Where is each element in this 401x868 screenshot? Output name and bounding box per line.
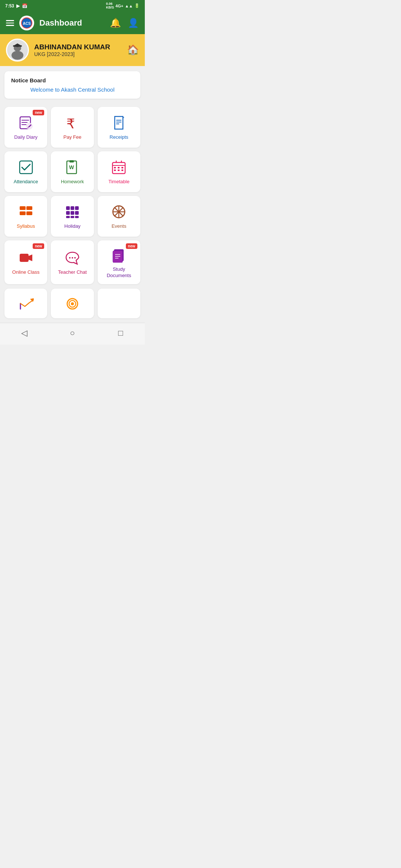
pay-fee-label: Pay Fee — [63, 134, 81, 141]
signal-icon: ▲▲ — [125, 4, 133, 8]
top-nav: ACS Dashboard 🔔 👤 — [0, 12, 145, 34]
svg-rect-44 — [20, 254, 29, 262]
status-bar: 7:53 ▶ 📅 0.06KB/S 4G+ ▲▲ 🔋 — [0, 0, 145, 12]
online-class-label: Online Class — [12, 269, 40, 276]
svg-rect-42 — [75, 216, 79, 218]
notice-board-title: Notice Board — [11, 77, 134, 83]
svg-rect-30 — [20, 206, 26, 210]
svg-rect-39 — [75, 211, 79, 215]
syllabus-button[interactable]: Syllabus — [4, 196, 47, 237]
user-icon[interactable]: 👤 — [128, 18, 139, 28]
holiday-label: Holiday — [64, 223, 80, 230]
profile-class: UKG [2022-2023] — [34, 51, 122, 57]
speed: 0.06KB/S — [106, 2, 114, 10]
status-bar-left: 7:53 ▶ 📅 — [5, 3, 27, 9]
home-nav-button[interactable]: ○ — [63, 328, 82, 339]
svg-rect-34 — [66, 206, 70, 210]
svg-text:W: W — [69, 164, 74, 170]
svg-rect-18 — [69, 160, 74, 162]
svg-rect-28 — [118, 170, 120, 171]
time: 7:53 — [5, 3, 14, 9]
placeholder-button — [98, 289, 140, 318]
svg-rect-40 — [66, 216, 70, 218]
messages-button[interactable] — [51, 289, 94, 318]
svg-point-48 — [74, 257, 76, 259]
svg-marker-45 — [29, 254, 32, 261]
events-button[interactable]: Events — [98, 196, 140, 237]
svg-point-58 — [71, 302, 74, 305]
homework-label: Homework — [61, 179, 84, 185]
svg-rect-41 — [71, 216, 74, 218]
svg-point-47 — [72, 257, 73, 259]
study-documents-button[interactable]: new StudyDocuments — [98, 240, 140, 284]
svg-text:ACS: ACS — [23, 22, 30, 26]
daily-diary-button[interactable]: new Daily Diary — [4, 107, 47, 148]
svg-rect-50 — [113, 251, 123, 263]
network-icon: 4G+ — [115, 4, 123, 8]
receipts-button[interactable]: Receipts — [98, 107, 140, 148]
receipts-label: Receipts — [110, 134, 128, 141]
daily-diary-label: Daily Diary — [14, 134, 38, 141]
dashboard-grid: new Daily Diary ₹ Pay Fee Receipts — [0, 104, 145, 289]
svg-rect-37 — [66, 211, 70, 215]
svg-point-4 — [12, 51, 23, 60]
profile-name: ABHINANDAN KUMAR — [34, 43, 122, 51]
timetable-label: Timetable — [108, 179, 130, 185]
teacher-chat-button[interactable]: Teacher Chat — [51, 240, 94, 284]
profile-banner: ABHINANDAN KUMAR UKG [2022-2023] 🏠 — [0, 34, 145, 66]
svg-rect-38 — [71, 211, 74, 215]
svg-rect-29 — [121, 170, 123, 171]
notice-board-message: Welcome to Akash Central School — [11, 86, 134, 93]
study-documents-label: StudyDocuments — [107, 266, 131, 279]
avatar — [6, 39, 29, 62]
status-bar-right: 0.06KB/S 4G+ ▲▲ 🔋 — [106, 2, 140, 10]
new-badge-online: new — [33, 243, 44, 249]
syllabus-label: Syllabus — [17, 223, 35, 230]
battery-icon: 🔋 — [134, 3, 140, 8]
holiday-button[interactable]: Holiday — [51, 196, 94, 237]
attendance-button[interactable]: Attendance — [4, 151, 47, 192]
svg-rect-31 — [26, 206, 32, 210]
attendance-label: Attendance — [14, 179, 38, 185]
svg-rect-33 — [26, 211, 32, 215]
timetable-button[interactable]: Timetable — [98, 151, 140, 192]
page-title: Dashboard — [39, 18, 105, 28]
svg-rect-35 — [71, 206, 74, 210]
recent-apps-button[interactable]: □ — [111, 328, 130, 339]
nav-icons: 🔔 👤 — [110, 18, 139, 28]
online-class-button[interactable]: new Online Class — [4, 240, 47, 284]
pay-fee-button[interactable]: ₹ Pay Fee — [51, 107, 94, 148]
bottom-nav: ◁ ○ □ — [0, 323, 145, 345]
svg-point-46 — [69, 257, 71, 259]
result-button[interactable] — [4, 289, 47, 318]
svg-rect-36 — [75, 206, 79, 210]
partial-row — [0, 289, 145, 321]
profile-info: ABHINANDAN KUMAR UKG [2022-2023] — [34, 43, 122, 57]
svg-rect-25 — [118, 167, 120, 168]
new-badge: new — [33, 110, 44, 115]
new-badge-study: new — [126, 243, 137, 249]
teacher-chat-label: Teacher Chat — [58, 269, 87, 276]
svg-text:₹: ₹ — [66, 116, 75, 131]
svg-rect-27 — [114, 170, 116, 171]
play-icon: ▶ — [16, 3, 20, 9]
events-label: Events — [111, 223, 126, 230]
calendar-icon: 📅 — [22, 3, 27, 9]
hamburger-menu[interactable] — [6, 20, 14, 26]
svg-rect-24 — [114, 167, 116, 168]
notification-icon[interactable]: 🔔 — [110, 18, 121, 28]
back-button[interactable]: ◁ — [15, 328, 33, 339]
svg-rect-26 — [121, 167, 123, 168]
notice-board: Notice Board Welcome to Akash Central Sc… — [4, 71, 140, 99]
school-logo: ACS — [19, 16, 34, 30]
svg-rect-32 — [20, 211, 26, 215]
home-button[interactable]: 🏠 — [127, 44, 139, 56]
homework-button[interactable]: W Homework — [51, 151, 94, 192]
